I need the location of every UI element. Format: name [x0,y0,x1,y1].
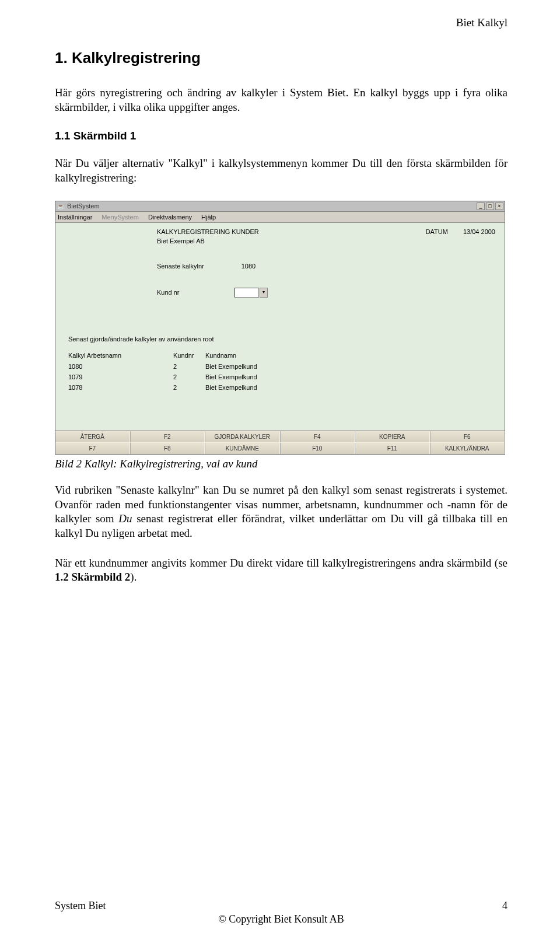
cell-kundnamn: Biet Exempelkund [205,383,495,392]
body-2-b: ). [130,571,136,583]
body-paragraph-2: När ett kundnummer angivits kommer Du di… [55,556,508,585]
fkey-f8[interactable]: F8 [130,443,205,454]
close-button[interactable]: × [495,202,503,210]
footer-left: System Biet [55,900,106,912]
recent-headers: Kalkyl Arbetsnamn Kundnr Kundnamn [68,351,495,359]
fkey-aterga[interactable]: ÅTERGÅ [55,431,130,442]
fkey-f4[interactable]: F4 [280,431,355,442]
fkey-f11[interactable]: F11 [355,443,430,454]
table-row: 1080 2 Biet Exempelkund [68,362,495,371]
app-content: KALKYLREGISTRERING KUNDER DATUM 13/04 20… [55,223,505,430]
cell-kundnamn: Biet Exempelkund [205,362,495,371]
date-value: 13/04 2000 [463,228,495,236]
header-kalkyl-arbetsnamn: Kalkyl Arbetsnamn [68,351,173,359]
table-row: 1078 2 Biet Exempelkund [68,383,495,392]
menu-menysystem[interactable]: MenySystem [102,213,139,221]
table-row: 1079 2 Biet Exempelkund [68,373,495,381]
menu-direktvalsmeny[interactable]: Direktvalsmeny [148,213,192,221]
page-header-document-title: Biet Kalkyl [456,16,508,29]
body-2-bold: 1.2 Skärmbild 2 [55,571,130,583]
fkey-kopiera[interactable]: KOPIERA [355,431,430,442]
company-name: Biet Exempel AB [157,237,495,245]
app-window: ☕ BietSystem _ □ × Inställningar MenySys… [55,201,505,455]
figure-caption: Bild 2 Kalkyl: Kalkylregistrering, val a… [55,457,508,470]
body-1-du: Du [118,512,132,525]
cell-kundnr: 2 [173,383,205,392]
maximize-button[interactable]: □ [486,202,494,210]
app-heading: KALKYLREGISTRERING KUNDER [157,228,259,236]
senaste-label: Senaste kalkylnr [157,262,204,270]
fkey-kalkyl-andra[interactable]: KALKYL/ÄNDRA [430,443,505,454]
menubar: Inställningar MenySystem Direktvalsmeny … [55,212,505,223]
cell-kundnr: 2 [173,373,205,381]
fkey-f10[interactable]: F10 [280,443,355,454]
kundnr-dropdown-icon[interactable]: ▾ [260,288,268,298]
cell-kundnr: 2 [173,362,205,371]
recent-title: Senast gjorda/ändrade kalkyler av använd… [68,335,495,343]
subsection-lead: När Du väljer alternativ "Kalkyl" i kalk… [55,156,508,185]
cell-kalkyl: 1080 [68,362,173,371]
fkey-f7[interactable]: F7 [55,443,130,454]
body-2-a: När ett kundnummer angivits kommer Du di… [55,557,508,569]
header-kundnr: Kundnr [173,351,205,359]
body-paragraph-1: Vid rubriken "Senaste kalkylnr" kan Du s… [55,483,508,541]
fkey-kundamne[interactable]: KUNDÄMNE [205,443,280,454]
fkey-gjorda-kalkyler[interactable]: GJORDA KALKYLER [205,431,280,442]
window-titlebar: ☕ BietSystem _ □ × [55,201,505,212]
footer-copyright: © Copyright Biet Konsult AB [55,913,508,925]
fkey-f6[interactable]: F6 [430,431,505,442]
kundnr-label: Kund nr [157,288,180,296]
function-key-area: ÅTERGÅ F2 GJORDA KALKYLER F4 KOPIERA F6 … [55,430,505,454]
cell-kundnamn: Biet Exempelkund [205,373,495,381]
intro-paragraph: Här görs nyregistrering och ändring av k… [55,86,508,114]
header-kundnamn: Kundnamn [205,351,495,359]
senaste-value: 1080 [242,262,256,270]
window-title: BietSystem [67,202,100,210]
menu-hjalp[interactable]: Hjälp [201,213,216,221]
page-footer: System Biet 4 © Copyright Biet Konsult A… [55,900,508,925]
subsection-title: 1.1 Skärmbild 1 [55,130,508,142]
cell-kalkyl: 1078 [68,383,173,392]
cell-kalkyl: 1079 [68,373,173,381]
minimize-button[interactable]: _ [477,202,485,210]
section-title: 1. Kalkylregistrering [55,49,508,67]
kundnr-input[interactable] [235,288,259,298]
fkey-f2[interactable]: F2 [130,431,205,442]
java-icon: ☕ [57,202,65,210]
menu-installningar[interactable]: Inställningar [58,213,92,221]
footer-page-number: 4 [502,900,508,912]
date-label: DATUM [426,228,452,236]
